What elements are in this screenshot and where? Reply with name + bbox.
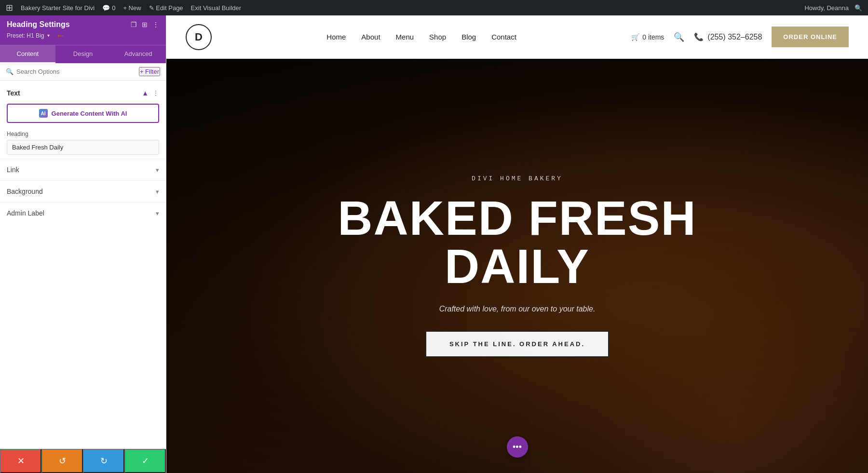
link-section: Link ▾	[0, 159, 166, 180]
website-preview: D Home About Menu Shop Blog Contact 🛒 0 …	[166, 15, 868, 473]
order-online-button[interactable]: ORDER ONLINE	[772, 27, 849, 47]
search-wrap: 🔍	[6, 68, 139, 75]
nav-right: 🛒 0 items 🔍 📞 (255) 352–6258 ORDER ONLIN…	[631, 27, 849, 47]
cart-icon-wrap[interactable]: 🛒 0 items	[631, 33, 664, 41]
nav-search-icon[interactable]: 🔍	[674, 32, 684, 42]
preset-row: Preset: H1 Big ▾ ←	[7, 30, 159, 41]
background-section-title: Background	[7, 188, 43, 195]
admin-bar-right: Howdy, Deanna 🔍	[804, 4, 862, 12]
panel-content: Text ▲ ⋮ AI Generate Content With AI Hea…	[0, 81, 166, 449]
hero-subtitle: DIVI HOME BAKERY	[325, 175, 710, 182]
filter-button[interactable]: + Filter	[139, 67, 160, 76]
generate-ai-label: Generate Content With AI	[52, 110, 127, 117]
text-section-title: Text	[7, 89, 20, 97]
tab-content[interactable]: Content	[0, 45, 55, 63]
nav-blog[interactable]: Blog	[461, 33, 476, 41]
red-arrow-indicator: ←	[55, 30, 65, 41]
edit-page-item[interactable]: ✎ Edit Page	[149, 4, 183, 12]
main-layout: Heading Settings ❐ ⊞ ⋮ Preset: H1 Big ▾ …	[0, 15, 868, 473]
cart-icon: 🛒	[631, 33, 639, 41]
exit-vb-item[interactable]: Exit Visual Builder	[191, 4, 242, 12]
phone-number: (255) 352–6258	[707, 33, 762, 41]
link-chevron-icon: ▾	[156, 166, 159, 174]
ai-icon: AI	[39, 109, 48, 118]
panel-tabs: Content Design Advanced	[0, 45, 166, 63]
background-section-header[interactable]: Background ▾	[0, 183, 166, 200]
undo-button[interactable]: ↺	[41, 449, 83, 473]
phone-wrap: 📞 (255) 352–6258	[694, 32, 762, 41]
admin-label-section-title: Admin Label	[7, 209, 44, 217]
search-icon: 🔍	[6, 68, 14, 75]
admin-label-chevron-icon: ▾	[156, 210, 159, 217]
site-logo[interactable]: D	[186, 24, 212, 50]
admin-label-section-header[interactable]: Admin Label ▾	[0, 204, 166, 222]
link-section-title: Link	[7, 166, 19, 174]
copy-icon[interactable]: ❐	[131, 21, 137, 28]
website-nav: D Home About Menu Shop Blog Contact 🛒 0 …	[166, 15, 868, 59]
nav-menu[interactable]: Menu	[396, 33, 414, 41]
panel-header: Heading Settings ❐ ⊞ ⋮ Preset: H1 Big ▾ …	[0, 15, 166, 45]
panel-title: Heading Settings	[7, 20, 70, 29]
redo-button[interactable]: ↻	[83, 449, 124, 473]
nav-home[interactable]: Home	[326, 33, 346, 41]
link-section-header[interactable]: Link ▾	[0, 161, 166, 178]
hero-title: BAKED FRESH DAILY	[325, 194, 710, 290]
howdy-text: Howdy, Deanna	[804, 4, 849, 12]
heading-field-label: Heading	[7, 131, 159, 137]
cancel-button[interactable]: ✕	[0, 449, 41, 473]
more-icon[interactable]: ⋮	[152, 21, 159, 28]
nav-about[interactable]: About	[361, 33, 380, 41]
hero-cta-button[interactable]: SKIP THE LINE. ORDER AHEAD.	[425, 331, 609, 357]
panel-search-bar: 🔍 + Filter	[0, 63, 166, 81]
text-section-header[interactable]: Text ▲ ⋮	[0, 86, 166, 100]
heading-input[interactable]	[7, 140, 159, 155]
grid-icon[interactable]: ⊞	[142, 21, 148, 28]
admin-label-section: Admin Label ▾	[0, 202, 166, 224]
confirm-button[interactable]: ✓	[124, 449, 166, 473]
comments-icon: 💬	[102, 4, 110, 12]
comments-count: 0	[112, 4, 115, 12]
panel-header-icons: ❐ ⊞ ⋮	[131, 21, 159, 28]
text-section-icons: ▲ ⋮	[142, 89, 159, 97]
preset-label[interactable]: Preset: H1 Big	[7, 32, 44, 39]
panel-header-top: Heading Settings ❐ ⊞ ⋮	[7, 20, 159, 29]
nav-contact[interactable]: Contact	[491, 33, 516, 41]
background-chevron-icon: ▾	[156, 188, 159, 195]
tab-design[interactable]: Design	[55, 45, 111, 63]
text-section-menu-icon[interactable]: ⋮	[152, 89, 159, 97]
hero-section: DIVI HOME BAKERY BAKED FRESH DAILY Craft…	[166, 59, 868, 473]
search-options-input[interactable]	[16, 68, 139, 75]
admin-search-icon[interactable]: 🔍	[854, 4, 862, 12]
wp-admin-bar: ⊞ Bakery Starter Site for Divi 💬 0 + New…	[0, 0, 868, 15]
site-name[interactable]: Bakery Starter Site for Divi	[21, 4, 95, 12]
cart-count: 0 items	[642, 33, 664, 41]
floating-dots-button[interactable]: •••	[507, 436, 528, 458]
new-item[interactable]: + New	[123, 4, 141, 12]
comments-item[interactable]: 💬 0	[102, 4, 115, 12]
heading-field-group: Heading	[0, 127, 166, 159]
panel-bottom-bar: ✕ ↺ ↻ ✓	[0, 449, 166, 473]
admin-bar-left: ⊞ Bakery Starter Site for Divi 💬 0 + New…	[6, 2, 241, 13]
nav-shop[interactable]: Shop	[429, 33, 446, 41]
left-panel: Heading Settings ❐ ⊞ ⋮ Preset: H1 Big ▾ …	[0, 15, 166, 473]
hero-content: DIVI HOME BAKERY BAKED FRESH DAILY Craft…	[325, 175, 710, 357]
phone-icon: 📞	[694, 32, 704, 41]
hero-tagline: Crafted with love, from our oven to your…	[325, 305, 710, 313]
background-section: Background ▾	[0, 180, 166, 202]
tab-advanced[interactable]: Advanced	[110, 45, 166, 63]
wp-logo-icon[interactable]: ⊞	[6, 2, 13, 13]
nav-links: Home About Menu Shop Blog Contact	[326, 33, 516, 41]
generate-ai-button[interactable]: AI Generate Content With AI	[7, 104, 159, 123]
text-section-chevron-icon: ▲	[142, 89, 149, 97]
preset-dropdown-arrow: ▾	[47, 33, 50, 38]
